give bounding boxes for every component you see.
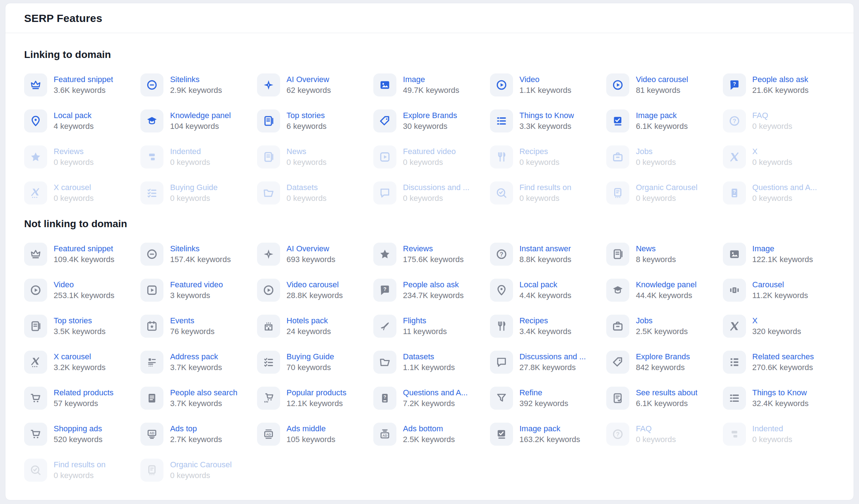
feature-keyword-count: 0 keywords xyxy=(170,157,210,168)
feature-link[interactable]: Ads middle xyxy=(287,423,336,434)
feature-link[interactable]: People also ask xyxy=(752,74,809,85)
feature-keyword-count: 842 keywords xyxy=(636,362,690,373)
feature-link[interactable]: News xyxy=(636,243,676,254)
serp-feature-item: X carousel3.2K keywords xyxy=(24,351,136,374)
serp-feature-item: Top stories6 keywords xyxy=(257,109,369,132)
feature-link[interactable]: Shopping ads xyxy=(54,423,103,434)
funnel-icon xyxy=(490,387,513,410)
feature-link[interactable]: See results about xyxy=(636,387,697,398)
serp-feature-item: Organic Carousel0 keywords xyxy=(140,459,252,482)
feature-link[interactable]: Questions and A... xyxy=(403,387,468,398)
feature-link[interactable]: Things to Know xyxy=(752,387,809,398)
feature-link[interactable]: Image pack xyxy=(520,423,580,434)
feature-keyword-count: 27.8K keywords xyxy=(520,362,586,373)
svg-text:?: ? xyxy=(733,118,736,124)
feature-keyword-count: 3.3K keywords xyxy=(520,121,574,132)
feature-link[interactable]: X carousel xyxy=(54,351,105,362)
serp-feature-item: Jobs0 keywords xyxy=(606,145,718,168)
feature-link[interactable]: Sitelinks xyxy=(170,243,231,254)
news-pages-icon xyxy=(24,315,47,338)
feature-link[interactable]: Knowledge panel xyxy=(170,110,231,121)
serp-feature-item: Video carousel81 keywords xyxy=(606,73,718,96)
feature-grid: Featured snippet3.6K keywordsSitelinks2.… xyxy=(24,73,835,204)
serp-feature-item: Popular products12.1K keywords xyxy=(257,387,369,410)
feature-keyword-count: 104 keywords xyxy=(170,121,231,132)
feature-link[interactable]: Local pack xyxy=(54,110,94,121)
feature-link[interactable]: Instant answer xyxy=(520,243,571,254)
feature-link[interactable]: Video xyxy=(54,279,114,290)
feature-link[interactable]: X xyxy=(752,315,801,326)
serp-feature-item: Sitelinks2.9K keywords xyxy=(140,73,252,96)
feature-link: Organic Carousel xyxy=(636,182,697,193)
feature-link[interactable]: Image xyxy=(752,243,813,254)
feature-link[interactable]: Related searches xyxy=(752,351,814,362)
feature-link[interactable]: Things to Know xyxy=(520,110,574,121)
list-icon xyxy=(723,387,746,410)
feature-keyword-count: 6 keywords xyxy=(287,121,327,132)
serp-feature-item: Events76 keywords xyxy=(140,315,252,338)
feature-link[interactable]: Ads bottom xyxy=(403,423,455,434)
feature-link[interactable]: Video carousel xyxy=(287,279,343,290)
feature-link[interactable]: Buying Guide xyxy=(287,351,334,362)
feature-link[interactable]: Flights xyxy=(403,315,447,326)
feature-link[interactable]: Popular products xyxy=(287,387,346,398)
feature-link[interactable]: Address pack xyxy=(170,351,222,362)
feature-link[interactable]: Image xyxy=(403,74,459,85)
feature-link[interactable]: Knowledge panel xyxy=(636,279,697,290)
feature-link[interactable]: People also ask xyxy=(403,279,464,290)
feature-link[interactable]: AI Overview xyxy=(287,74,331,85)
section-title: Not linking to domain xyxy=(24,218,835,230)
feature-link[interactable]: Jobs xyxy=(636,315,688,326)
feature-link[interactable]: Hotels pack xyxy=(287,315,331,326)
feature-link: Featured video xyxy=(403,146,456,157)
feature-link[interactable]: Datasets xyxy=(403,351,455,362)
list-icon xyxy=(490,109,513,132)
feature-keyword-count: 3 keywords xyxy=(170,290,223,301)
question-bubble-icon: ? xyxy=(723,73,746,96)
x-logo-icon xyxy=(723,315,746,338)
image-icon xyxy=(723,243,746,266)
feature-link[interactable]: Ads top xyxy=(170,423,222,434)
feature-link[interactable]: Explore Brands xyxy=(403,110,457,121)
serp-feature-item: Image49.7K keywords xyxy=(373,73,485,96)
feature-link[interactable]: Local pack xyxy=(520,279,571,290)
feature-link[interactable]: Top stories xyxy=(287,110,327,121)
feature-link: Datasets xyxy=(287,182,327,193)
section-title: Linking to domain xyxy=(24,49,835,60)
feature-link[interactable]: Carousel xyxy=(752,279,808,290)
search-check-icon xyxy=(490,181,513,204)
svg-text:?: ? xyxy=(733,81,736,87)
feature-link[interactable]: Video xyxy=(520,74,571,85)
feature-link[interactable]: Top stories xyxy=(54,315,105,326)
feature-keyword-count: 234.7K keywords xyxy=(403,290,464,301)
feature-link[interactable]: Featured video xyxy=(170,279,223,290)
serp-feature-item: Datasets1.1K keywords xyxy=(373,351,485,374)
feature-link: Reviews xyxy=(54,146,94,157)
feature-link[interactable]: Recipes xyxy=(520,315,571,326)
feature-keyword-count: 1.1K keywords xyxy=(403,362,455,373)
serp-feature-item: News8 keywords xyxy=(606,243,718,266)
feature-keyword-count: 4 keywords xyxy=(54,121,94,132)
document-icon xyxy=(140,387,163,410)
feature-link[interactable]: Reviews xyxy=(403,243,464,254)
feature-link: Discussions and ... xyxy=(403,182,469,193)
feature-link[interactable]: Refine xyxy=(520,387,568,398)
feature-link[interactable]: Featured snippet xyxy=(54,243,114,254)
feature-link[interactable]: Featured snippet xyxy=(54,74,113,85)
map-pin-icon xyxy=(24,109,47,132)
feature-link[interactable]: Related products xyxy=(54,387,113,398)
feature-link[interactable]: Events xyxy=(170,315,215,326)
serp-feature-item: Buying Guide70 keywords xyxy=(257,351,369,374)
feature-link[interactable]: Video carousel xyxy=(636,74,688,85)
feature-link[interactable]: Image pack xyxy=(636,110,688,121)
serp-feature-item: ?People also ask21.6K keywords xyxy=(723,73,835,96)
feature-link[interactable]: AI Overview xyxy=(287,243,336,254)
play-circle-icon xyxy=(490,73,513,96)
cart-icon xyxy=(24,423,47,446)
serp-feature-item: AI Overview62 keywords xyxy=(257,73,369,96)
feature-link[interactable]: Sitelinks xyxy=(170,74,222,85)
feature-link[interactable]: People also search xyxy=(170,387,237,398)
feature-link[interactable]: Discussions and ... xyxy=(520,351,586,362)
feature-link[interactable]: Explore Brands xyxy=(636,351,690,362)
serp-feature-item: Image pack6.1K keywords xyxy=(606,109,718,132)
